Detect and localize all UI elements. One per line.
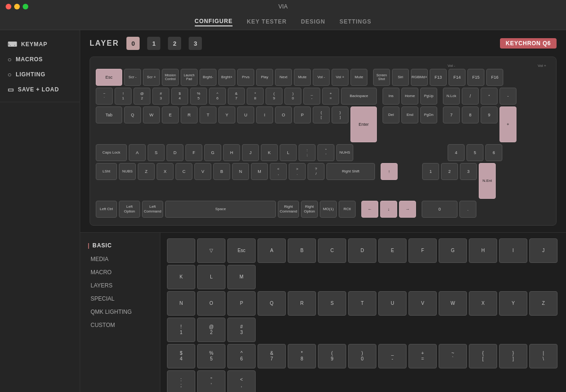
picker-key-n[interactable]: N	[167, 291, 195, 316]
key-slash[interactable]: ?/	[308, 163, 325, 180]
picker-key-v[interactable]: V	[408, 291, 437, 316]
key-t[interactable]: T	[200, 106, 216, 123]
key-equals[interactable]: +=	[322, 88, 339, 105]
sidebar-item-custom[interactable]: CUSTOM	[80, 318, 160, 332]
picker-key-hash[interactable]: #3	[227, 318, 256, 342]
key-i[interactable]: I	[256, 106, 273, 123]
picker-key-d[interactable]: D	[348, 238, 376, 263]
key-launch-pad[interactable]: LaunchPad	[181, 69, 198, 86]
key-x[interactable]: X	[157, 163, 174, 180]
key-brght-plus[interactable]: Brght+	[218, 69, 235, 86]
key-f[interactable]: F	[185, 144, 202, 161]
picker-key-transparent[interactable]: ▽	[197, 238, 225, 263]
key-down[interactable]: ↓	[380, 201, 397, 218]
key-nuhs[interactable]: NUHS	[336, 144, 353, 161]
key-num-plus[interactable]: +	[499, 106, 516, 142]
picker-key-underscore[interactable]: _-	[378, 344, 407, 368]
key-w[interactable]: W	[143, 106, 160, 123]
picker-key-c[interactable]: C	[318, 238, 346, 263]
picker-key-none[interactable]	[167, 238, 195, 263]
picker-key-u[interactable]: U	[378, 291, 407, 316]
key-l[interactable]: L	[280, 144, 297, 161]
picker-key-i[interactable]: I	[499, 238, 527, 263]
picker-key-amp[interactable]: &7	[258, 344, 286, 368]
key-numlck[interactable]: N.Lck	[443, 88, 460, 105]
close-button[interactable]	[6, 4, 11, 9]
key-8[interactable]: *8	[247, 88, 264, 105]
key-2[interactable]: @2	[133, 88, 150, 105]
key-esc[interactable]: Esc	[96, 69, 122, 86]
key-loption[interactable]: LeftOption	[119, 201, 140, 218]
key-num-3[interactable]: 3	[460, 163, 477, 180]
picker-key-tilde[interactable]: ~`	[439, 344, 467, 368]
sidebar-item-keymap[interactable]: ⌨ KEYMAP	[0, 37, 80, 52]
key-k[interactable]: K	[261, 144, 278, 161]
key-p[interactable]: P	[294, 106, 311, 123]
key-lctrl[interactable]: Left Ctrl	[96, 201, 117, 218]
key-space[interactable]: Space	[165, 201, 276, 218]
key-m[interactable]: M	[251, 163, 268, 180]
key-rctrl[interactable]: RCtl	[339, 201, 356, 218]
key-rgbmd-plus[interactable]: RGBMd+	[411, 69, 428, 86]
key-g[interactable]: G	[204, 144, 221, 161]
tab-configure[interactable]: CONFIGURE	[195, 17, 233, 26]
picker-key-dquote[interactable]: "'	[197, 370, 225, 392]
layer-btn-1[interactable]: 1	[147, 37, 160, 50]
key-z[interactable]: Z	[138, 163, 155, 180]
key-e[interactable]: E	[162, 106, 179, 123]
key-r[interactable]: R	[181, 106, 198, 123]
layer-btn-2[interactable]: 2	[168, 37, 181, 50]
key-b[interactable]: B	[213, 163, 230, 180]
picker-key-a[interactable]: A	[258, 238, 286, 263]
key-lcommand[interactable]: LeftCommand	[142, 201, 163, 218]
picker-key-s[interactable]: S	[318, 291, 346, 316]
picker-key-asterisk[interactable]: *8	[288, 344, 316, 368]
picker-key-j[interactable]: J	[529, 238, 558, 263]
sidebar-item-macro[interactable]: MACRO	[80, 266, 160, 279]
picker-key-rparen[interactable]: )0	[348, 344, 376, 368]
sidebar-item-layers[interactable]: LAYERS	[80, 279, 160, 292]
key-vol-minus[interactable]: Vol -	[313, 69, 330, 86]
key-6[interactable]: ^6	[209, 88, 226, 105]
key-num-6[interactable]: 6	[485, 144, 502, 161]
key-pgdn[interactable]: PgDn	[420, 106, 437, 123]
key-q[interactable]: Q	[124, 106, 141, 123]
key-prvs[interactable]: Prvs	[237, 69, 254, 86]
picker-key-plus[interactable]: +=	[408, 344, 437, 368]
key-rbracket[interactable]: }]	[332, 106, 349, 123]
key-play[interactable]: Play	[256, 69, 273, 86]
key-s[interactable]: S	[148, 144, 165, 161]
key-rshift[interactable]: Right Shift	[326, 163, 375, 180]
key-left[interactable]: ←	[361, 201, 378, 218]
minimize-button[interactable]	[14, 4, 20, 9]
key-num-7[interactable]: 7	[443, 106, 460, 123]
key-f14[interactable]: F14	[449, 69, 466, 86]
key-lshift[interactable]: LSht	[96, 163, 117, 180]
key-scr-minus[interactable]: Scr -	[124, 69, 141, 86]
key-right[interactable]: →	[399, 201, 416, 218]
key-minus[interactable]: _-	[303, 88, 320, 105]
key-c[interactable]: C	[175, 163, 192, 180]
key-f15[interactable]: F15	[467, 69, 484, 86]
key-n[interactable]: N	[232, 163, 249, 180]
key-mute[interactable]: Mute	[294, 69, 311, 86]
picker-key-lparen[interactable]: (9	[318, 344, 346, 368]
key-j[interactable]: J	[242, 144, 259, 161]
sidebar-item-macros[interactable]: ○ MACROS	[0, 52, 80, 67]
picker-key-dollar[interactable]: $4	[167, 344, 195, 368]
key-v[interactable]: V	[194, 163, 211, 180]
key-n-ent[interactable]: N.Ent	[479, 163, 496, 199]
key-period[interactable]: >.	[289, 163, 306, 180]
key-quote[interactable]: "'	[317, 144, 334, 161]
key-home[interactable]: Home	[401, 88, 418, 105]
sidebar-item-qmk-lighting[interactable]: QMK LIGHTING	[80, 305, 160, 318]
picker-key-h[interactable]: H	[469, 238, 497, 263]
picker-key-k[interactable]: K	[167, 265, 195, 289]
key-nubs[interactable]: NUBS	[119, 163, 136, 180]
key-mission-control[interactable]: MissionControl	[162, 69, 179, 86]
picker-key-r[interactable]: R	[288, 291, 316, 316]
key-mo1[interactable]: MO(1)	[320, 201, 337, 218]
picker-key-exclaim[interactable]: !1	[167, 318, 195, 342]
key-o[interactable]: O	[275, 106, 292, 123]
key-d[interactable]: D	[166, 144, 183, 161]
